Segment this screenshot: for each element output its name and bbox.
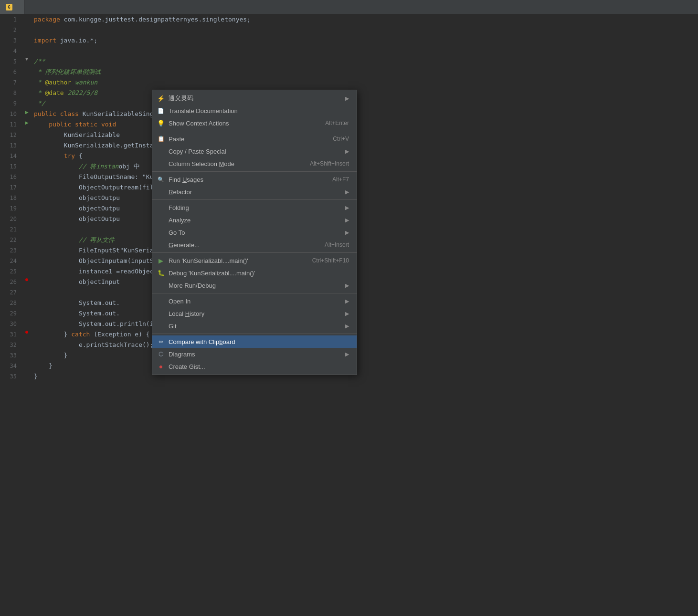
code-line: 5▼/** [0, 56, 698, 67]
file-tab[interactable]: G [0, 0, 24, 14]
code-content: * @author wankun [32, 77, 698, 88]
menu-item-copy-paste-special[interactable]: Copy / Paste Special▶ [152, 145, 357, 157]
code-content: public static void [32, 119, 698, 130]
code-content: /** [32, 56, 698, 67]
code-content: objectOutpu [32, 214, 698, 224]
menu-item-shortcut-paste: Ctrl+V [333, 136, 349, 142]
gutter-icon[interactable]: ▼ [21, 56, 32, 62]
line-number: 30 [0, 319, 21, 329]
line-number: 12 [0, 130, 21, 140]
code-content [32, 224, 698, 235]
menu-item-label-copy-paste-special: Copy / Paste Special [169, 148, 341, 155]
code-content: objectOutpu [32, 193, 698, 203]
menu-item-local-history[interactable]: Local History▶ [152, 307, 357, 320]
line-number: 8 [0, 88, 21, 98]
menu-item-arrow-more-run: ▶ [345, 282, 349, 289]
menu-item-label-folding: Folding [169, 204, 341, 211]
breakpoint-icon[interactable]: ● [25, 277, 28, 282]
menu-item-label-more-run: More Run/Debug [169, 282, 341, 289]
line-number: 17 [0, 182, 21, 193]
menu-divider [152, 334, 357, 334]
gutter-icon[interactable]: ● [21, 329, 32, 334]
menu-item-arrow-copy-paste-special: ▶ [345, 148, 349, 155]
line-number: 5 [0, 56, 21, 67]
menu-item-column-mode[interactable]: Column Selection ModeAlt+Shift+Insert [152, 157, 357, 170]
menu-item-paste[interactable]: 📋PasteCtrl+V [152, 133, 357, 145]
code-content [32, 25, 698, 35]
line-number: 15 [0, 161, 21, 172]
menu-item-generate[interactable]: Generate...Alt+Insert [152, 239, 357, 251]
menu-item-find-usages[interactable]: 🔍Find UsagesAlt+F7 [152, 173, 357, 186]
line-number: 21 [0, 224, 21, 235]
menu-item-debug[interactable]: 🐛Debug 'KunSerializabl....main()' [152, 267, 357, 279]
menu-item-run[interactable]: ▶Run 'KunSerializabl....main()'Ctrl+Shif… [152, 254, 357, 267]
line-number: 24 [0, 256, 21, 266]
menu-item-diagrams[interactable]: ⬡Diagrams▶ [152, 348, 357, 360]
menu-item-label-run: Run 'KunSerializabl....main()' [169, 257, 303, 264]
menu-item-label-translate-doc: Translate Documentation [169, 107, 349, 115]
gutter-icon[interactable]: ▶ [21, 109, 32, 115]
breakpoint-icon[interactable]: ● [25, 329, 28, 334]
menu-item-goto[interactable]: Go To▶ [152, 226, 357, 239]
code-content: * @date 2022/5/8 [32, 88, 698, 98]
menu-item-arrow-goto: ▶ [345, 230, 349, 236]
line-number: 34 [0, 361, 21, 371]
code-content: // 再从文件 [32, 235, 698, 245]
line-number: 26 [0, 277, 21, 287]
code-content: objectInput [32, 277, 698, 287]
code-content: KunSerializable [32, 130, 698, 140]
menu-divider [152, 171, 357, 172]
gutter-icon[interactable]: ● [21, 277, 32, 282]
menu-item-arrow-custom-spirit: ▶ [345, 95, 349, 102]
code-content: FileInputSt"KunSerializableSingleton.obj… [32, 245, 698, 256]
line-number: 20 [0, 214, 21, 224]
code-line: 4 [0, 46, 698, 56]
code-content: System.out.println(instance1 == instance… [32, 319, 698, 329]
line-number: 27 [0, 287, 21, 298]
menu-item-translate-doc[interactable]: 📄Translate Documentation [152, 104, 357, 117]
fold-gutter-icon[interactable]: ▼ [25, 56, 28, 62]
line-number: 1 [0, 14, 21, 25]
line-number: 7 [0, 77, 21, 88]
menu-divider [152, 131, 357, 131]
line-number: 2 [0, 25, 21, 35]
menu-item-arrow-refactor: ▶ [345, 189, 349, 195]
code-content: instance1 =readObject(); [32, 266, 698, 277]
menu-item-folding[interactable]: Folding▶ [152, 201, 357, 214]
menu-item-icon-find-usages: 🔍 [156, 177, 166, 183]
code-content [32, 287, 698, 298]
menu-item-arrow-local-history: ▶ [345, 311, 349, 317]
menu-item-custom-spirit[interactable]: ⚡通义灵码▶ [152, 92, 357, 104]
menu-item-arrow-git: ▶ [345, 323, 349, 329]
code-content: package com.kungge.justtest.designpatter… [32, 14, 698, 25]
menu-item-label-show-context: Show Context Actions [169, 120, 316, 127]
menu-item-more-run[interactable]: More Run/Debug▶ [152, 279, 357, 292]
code-content: objectOutpu [32, 203, 698, 214]
menu-item-analyze[interactable]: Analyze▶ [152, 214, 357, 226]
menu-item-show-context[interactable]: 💡Show Context ActionsAlt+Enter [152, 117, 357, 129]
menu-item-label-find-usages: Find Usages [169, 176, 323, 183]
menu-item-open-in[interactable]: Open In▶ [152, 295, 357, 307]
menu-item-icon-compare-clipboard: ⇔ [156, 338, 166, 345]
menu-item-label-analyze: Analyze [169, 217, 341, 224]
menu-item-git[interactable]: Git▶ [152, 320, 357, 332]
menu-item-icon-run: ▶ [156, 257, 166, 264]
gutter-icon[interactable]: ▶ [21, 119, 32, 126]
line-number: 33 [0, 350, 21, 361]
line-number: 14 [0, 151, 21, 161]
line-number: 13 [0, 140, 21, 151]
menu-item-compare-clipboard[interactable]: ⇔Compare with Clipboard [152, 335, 357, 348]
menu-item-icon-show-context: 💡 [156, 120, 166, 127]
menu-item-label-custom-spirit: 通义灵码 [169, 94, 341, 103]
run-gutter-icon[interactable]: ▶ [25, 119, 28, 126]
menu-item-refactor[interactable]: Refactor▶ [152, 186, 357, 198]
menu-item-shortcut-show-context: Alt+Enter [325, 120, 349, 126]
line-number: 28 [0, 298, 21, 308]
code-line: 6 * 序列化破坏单例测试 [0, 67, 698, 77]
code-content: e.printStackTrace(); [32, 340, 698, 350]
menu-item-create-gist[interactable]: ●Create Gist... [152, 360, 357, 373]
menu-item-shortcut-column-mode: Alt+Shift+Insert [310, 160, 349, 167]
menu-divider [152, 293, 357, 293]
code-content: System.out. [32, 308, 698, 319]
run-gutter-icon[interactable]: ▶ [25, 109, 28, 115]
